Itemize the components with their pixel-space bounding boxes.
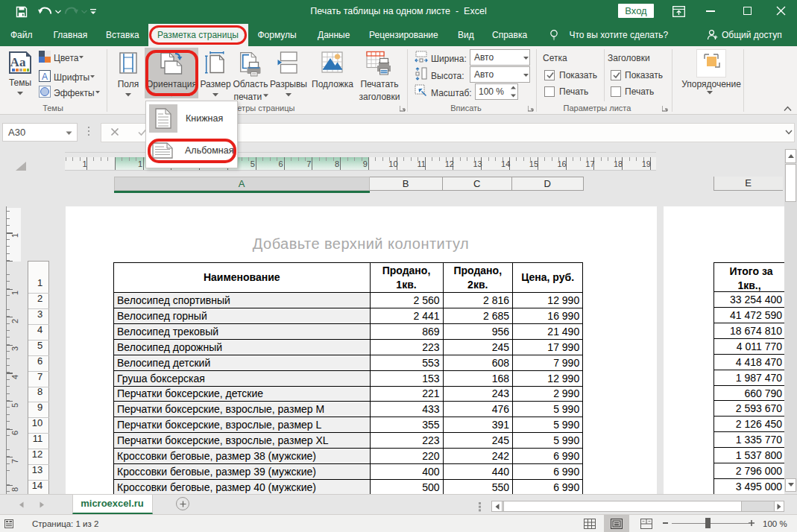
svg-text:Aa: Aa <box>10 55 26 69</box>
svg-text:A: A <box>42 72 48 82</box>
